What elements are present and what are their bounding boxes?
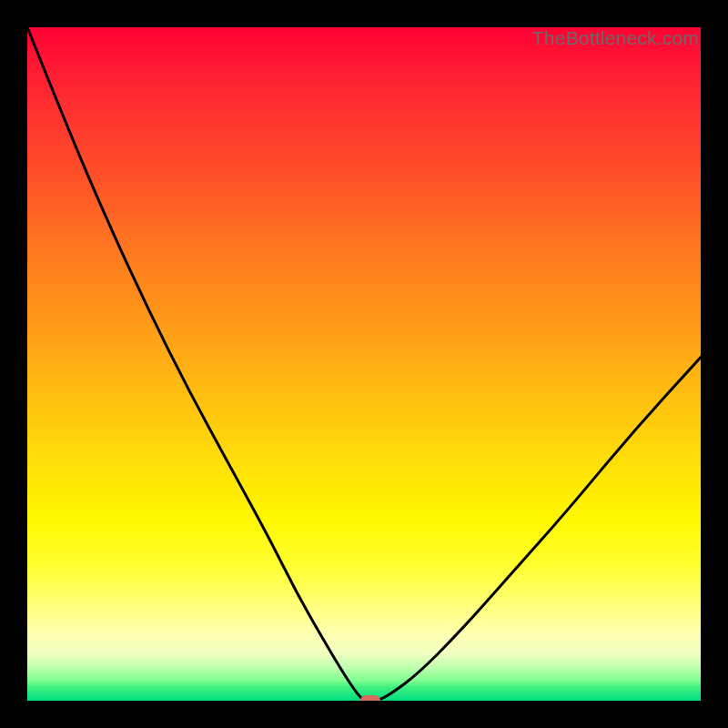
plot-area [27, 27, 701, 701]
minimum-marker [360, 695, 380, 701]
curve-layer [27, 27, 701, 701]
watermark-text: TheBottleneck.com [532, 27, 699, 49]
bottleneck-curve [27, 27, 701, 701]
chart-container: TheBottleneck.com [0, 0, 728, 728]
